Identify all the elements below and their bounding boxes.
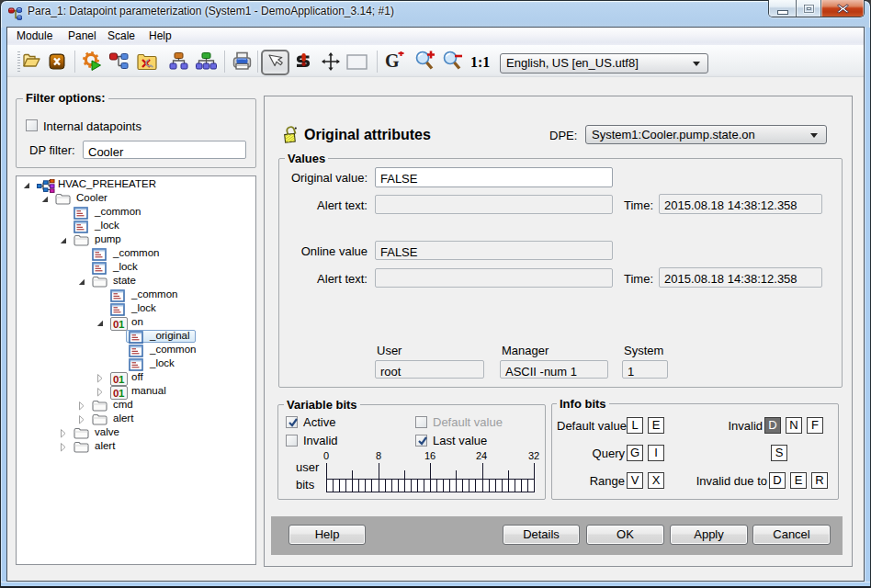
svg-text:1: 1 [119, 388, 125, 399]
svg-text:G: G [385, 51, 400, 71]
svg-text:1: 1 [119, 319, 125, 330]
svg-text:1: 1 [119, 374, 125, 385]
